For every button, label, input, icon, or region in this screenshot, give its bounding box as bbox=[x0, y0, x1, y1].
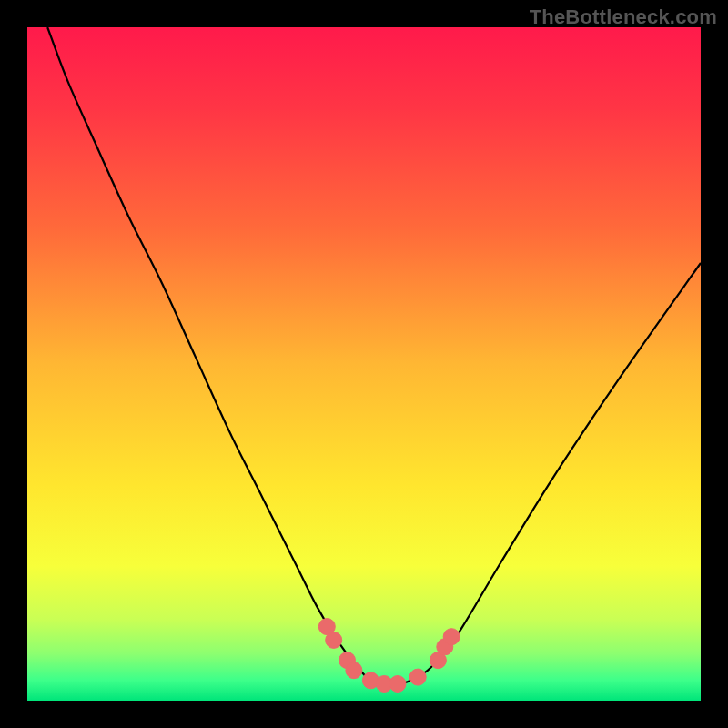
curve-marker bbox=[326, 632, 342, 648]
curve-marker bbox=[410, 669, 426, 685]
plot-area bbox=[27, 27, 701, 701]
curve-marker bbox=[389, 676, 406, 693]
bottleneck-chart bbox=[27, 27, 701, 701]
gradient-background bbox=[27, 27, 701, 701]
curve-marker bbox=[443, 629, 460, 645]
chart-frame: TheBottleneck.com bbox=[0, 0, 728, 728]
curve-marker bbox=[346, 662, 362, 679]
watermark-text: TheBottleneck.com bbox=[530, 5, 717, 29]
